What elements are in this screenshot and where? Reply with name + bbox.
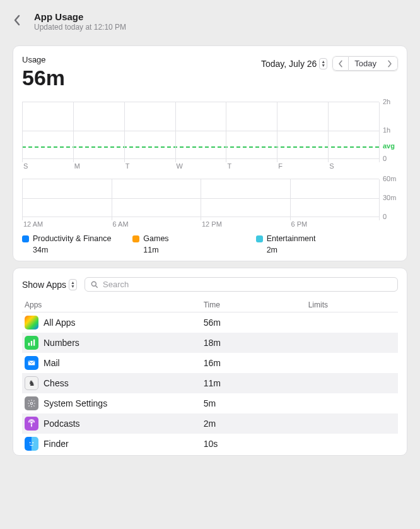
x-tick: 12 AM	[22, 220, 112, 228]
show-filter-label: Show Apps	[22, 280, 66, 290]
svg-point-0	[91, 282, 96, 286]
swatch-teal	[256, 235, 263, 242]
col-header-limits[interactable]: Limits	[308, 300, 395, 309]
table-row[interactable]: ♞Chess11m	[22, 373, 398, 393]
app-name: Podcasts	[44, 419, 80, 429]
search-icon	[90, 280, 99, 289]
x-tick: S	[22, 162, 73, 170]
y-tick: 60m	[383, 175, 396, 182]
next-day-button[interactable]	[382, 56, 398, 71]
x-tick: 12 PM	[201, 220, 290, 228]
app-rows: All Apps56mNumbers18mMail16m♞Chess11mSys…	[22, 312, 398, 454]
usage-total: 56m	[22, 66, 65, 90]
legend: Productivity & Finance 34m Games 11m Ent…	[22, 234, 398, 254]
allapps-icon	[25, 316, 38, 330]
x-tick: W	[175, 162, 226, 170]
search-field-wrapper[interactable]	[85, 277, 398, 292]
app-name: Mail	[44, 358, 60, 368]
app-time: 56m	[204, 318, 308, 328]
svg-point-5	[30, 402, 33, 405]
table-row[interactable]: Podcasts2m	[22, 413, 398, 434]
y-tick: 2h	[383, 98, 390, 105]
swatch-blue	[22, 235, 29, 242]
date-range-label: Today, July 26	[261, 59, 317, 69]
app-time: 16m	[204, 358, 308, 368]
apps-card: Show Apps ▲▼ Apps Time Limits All Apps56…	[13, 268, 407, 456]
svg-rect-2	[28, 343, 30, 346]
swatch-orange	[132, 235, 139, 242]
svg-point-6	[31, 422, 32, 424]
y-tick: 30m	[383, 194, 396, 201]
legend-productivity: Productivity & Finance	[22, 234, 145, 243]
x-tick: S	[328, 162, 379, 170]
svg-rect-4	[33, 340, 35, 346]
weekly-chart: 2h 1h avg 0 SMTWTFS	[22, 102, 398, 170]
mail-icon	[25, 356, 38, 370]
avg-line	[22, 146, 379, 148]
chess-icon: ♞	[25, 376, 38, 390]
back-button[interactable]	[14, 14, 23, 27]
legend-games: Games	[132, 234, 255, 243]
app-time: 18m	[204, 338, 308, 348]
legend-label: Games	[143, 234, 168, 243]
updown-icon: ▲▼	[319, 58, 327, 69]
y-tick: 0	[383, 213, 387, 220]
legend-entertainment: Entertainment	[256, 234, 379, 243]
svg-line-1	[95, 285, 97, 287]
table-row[interactable]: Finder10s	[22, 434, 398, 454]
usage-label: Usage	[22, 55, 65, 64]
table-row[interactable]: Numbers18m	[22, 333, 398, 353]
col-header-apps[interactable]: Apps	[25, 300, 204, 309]
hourly-chart: 60m 30m 0 12 AM6 AM12 PM6 PM	[22, 179, 398, 228]
date-range-selector[interactable]: Today, July 26 ▲▼	[261, 58, 327, 69]
app-time: 5m	[204, 398, 308, 408]
avg-label: avg	[383, 142, 398, 150]
app-name: System Settings	[44, 398, 107, 408]
col-header-time[interactable]: Time	[204, 300, 308, 309]
legend-label: Productivity & Finance	[33, 234, 111, 243]
app-time: 2m	[204, 419, 308, 429]
table-row[interactable]: System Settings5m	[22, 393, 398, 413]
svg-rect-3	[31, 341, 32, 346]
settings-icon	[25, 396, 38, 410]
podcasts-icon	[25, 417, 38, 431]
chevron-right-icon	[387, 59, 393, 68]
legend-value: 2m	[267, 246, 379, 254]
app-name: Chess	[44, 378, 69, 388]
today-button[interactable]: Today	[349, 56, 382, 71]
table-row[interactable]: All Apps56m	[22, 312, 398, 333]
legend-value: 34m	[33, 246, 145, 254]
app-time: 10s	[204, 439, 308, 449]
app-name: All Apps	[44, 318, 76, 328]
x-tick: T	[226, 162, 277, 170]
usage-card: Usage 56m Today, July 26 ▲▼ Today	[13, 45, 407, 261]
legend-value: 11m	[143, 246, 255, 254]
table-row[interactable]: Mail16m	[22, 353, 398, 373]
x-tick: M	[73, 162, 124, 170]
x-tick: 6 AM	[112, 220, 201, 228]
updown-icon: ▲▼	[69, 279, 77, 290]
svg-point-8	[33, 443, 33, 443]
legend-label: Entertainment	[267, 234, 316, 243]
numbers-icon	[25, 336, 38, 350]
x-tick: F	[277, 162, 328, 170]
show-filter[interactable]: Show Apps ▲▼	[22, 279, 77, 290]
weekly-x-axis: SMTWTFS	[22, 162, 398, 170]
search-input[interactable]	[103, 280, 392, 289]
svg-point-7	[30, 443, 30, 443]
app-time: 11m	[204, 378, 308, 388]
hourly-x-axis: 12 AM6 AM12 PM6 PM	[22, 220, 398, 228]
chevron-left-icon	[337, 59, 344, 68]
x-tick: T	[124, 162, 175, 170]
prev-day-button[interactable]	[332, 56, 349, 71]
date-stepper: Today	[332, 56, 398, 71]
page-title: App Usage	[34, 11, 126, 22]
chevron-left-icon	[14, 15, 21, 26]
header: App Usage Updated today at 12:10 PM	[0, 0, 420, 39]
y-tick: 1h	[383, 126, 390, 134]
app-name: Numbers	[44, 338, 79, 348]
table-header: Apps Time Limits	[22, 298, 398, 312]
app-name: Finder	[44, 439, 69, 449]
x-tick: 6 PM	[290, 220, 380, 228]
page-subtitle: Updated today at 12:10 PM	[34, 23, 126, 32]
